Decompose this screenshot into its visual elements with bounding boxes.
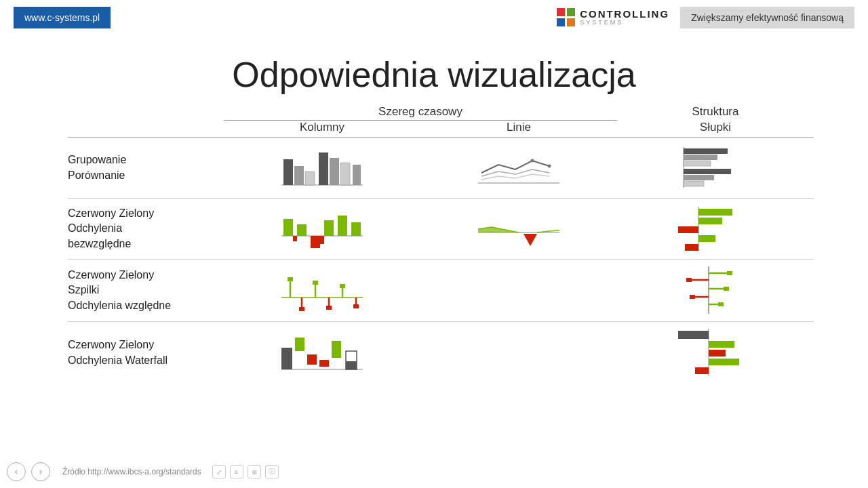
svg-rect-57: [686, 278, 692, 282]
svg-marker-29: [524, 234, 537, 246]
col-header-linie: Linie: [420, 121, 617, 134]
label-grupowanie: Grupowanie Porównanie: [68, 146, 224, 190]
tagline: Zwiększamy efektywność finansową: [680, 7, 854, 28]
source-text: Źródło http://www.ibcs-a.org/standards: [62, 467, 201, 476]
svg-rect-40: [313, 281, 318, 285]
chart-needle-lines-empty: [420, 285, 617, 296]
chart-needle-horiz: [617, 260, 814, 321]
chart-grupowanie-horiz: [617, 140, 814, 195]
logo-controlling: CONTROLLING: [580, 9, 669, 20]
chart-waterfall-cols: [224, 322, 420, 384]
nav-prev-button[interactable]: ‹: [7, 462, 26, 481]
svg-rect-23: [351, 222, 361, 236]
logo-sq-orange: [567, 18, 575, 26]
logo-sq-blue: [557, 18, 565, 26]
svg-rect-32: [698, 218, 722, 224]
svg-rect-38: [288, 277, 293, 281]
col-header-slupki: Słupki: [617, 121, 814, 134]
logo-icon: [557, 8, 576, 27]
logo-sq-red: [557, 8, 565, 16]
chart-rg-line: [420, 200, 617, 258]
logo-area: CONTROLLING SYSTEMS Zwiększamy efektywno…: [557, 7, 854, 28]
row-grupowanie: Grupowanie Porównanie: [68, 138, 814, 199]
svg-rect-4: [319, 152, 328, 185]
svg-rect-69: [678, 331, 709, 339]
svg-rect-19: [283, 219, 293, 236]
chart-rg-cols: [224, 200, 420, 258]
label-odchylenia-bezwzgl: Czerwony Zielony Odchylenia bezwzględne: [68, 199, 224, 258]
svg-rect-72: [709, 359, 739, 365]
svg-rect-16: [684, 175, 714, 180]
chart-rg-horiz: [617, 200, 814, 258]
icon-menu[interactable]: ≡: [230, 465, 243, 479]
bottom-icons: ⤢ ≡ ⊕ ⓘ: [212, 465, 279, 479]
svg-rect-7: [353, 165, 361, 185]
svg-rect-51: [727, 271, 732, 275]
svg-rect-12: [684, 148, 728, 154]
visualization-table: Szereg czasowy Struktura Kolumny Linie S…: [68, 105, 814, 447]
svg-rect-24: [311, 236, 320, 248]
svg-rect-34: [698, 235, 715, 242]
svg-rect-20: [297, 224, 307, 236]
svg-rect-46: [326, 306, 332, 310]
svg-rect-1: [283, 159, 293, 185]
chart-needle-cols: [224, 260, 420, 321]
svg-rect-33: [678, 226, 698, 233]
col-header-kolumny: Kolumny: [224, 121, 420, 134]
label-waterfall: Czerwony Zielony Odchylenia Waterfall: [68, 331, 224, 375]
svg-rect-67: [346, 361, 357, 369]
svg-rect-48: [353, 304, 359, 308]
svg-rect-26: [320, 236, 324, 244]
svg-rect-44: [299, 307, 304, 311]
svg-rect-70: [709, 341, 734, 348]
chart-waterfall-horiz: [617, 322, 814, 384]
svg-rect-5: [330, 158, 339, 185]
svg-rect-13: [684, 155, 717, 160]
svg-rect-63: [307, 354, 317, 365]
logo-sq-green: [567, 8, 575, 16]
svg-rect-25: [293, 236, 297, 241]
icon-share[interactable]: ⤢: [212, 465, 226, 479]
header-struktura: Struktura: [617, 105, 814, 120]
icon-info[interactable]: ⓘ: [265, 465, 279, 479]
header-szereg: Szereg czasowy: [224, 105, 617, 120]
svg-rect-21: [324, 220, 334, 236]
icon-search[interactable]: ⊕: [248, 465, 261, 479]
svg-rect-17: [684, 181, 704, 186]
svg-rect-55: [718, 302, 724, 306]
page-title: Odpowiednia wizualizacja: [0, 41, 868, 95]
col-empty-2: [68, 121, 224, 134]
row-waterfall: Czerwony Zielony Odchylenia Waterfall: [68, 322, 814, 384]
top-bar: www.c-systems.pl CONTROLLING SYSTEMS Zwi…: [0, 0, 868, 35]
row-szpilki: Czerwony Zielony Szpilki Odchylenia wzgl…: [68, 260, 814, 322]
svg-rect-3: [305, 171, 315, 185]
svg-rect-42: [340, 284, 345, 288]
col-empty-1: [68, 105, 224, 120]
svg-rect-71: [709, 350, 726, 357]
svg-rect-15: [684, 169, 731, 174]
svg-rect-2: [294, 166, 304, 185]
svg-rect-73: [695, 367, 709, 374]
nav-next-button[interactable]: ›: [31, 462, 50, 481]
logo-box: CONTROLLING SYSTEMS: [557, 8, 669, 27]
svg-rect-6: [340, 163, 350, 185]
svg-rect-22: [338, 216, 347, 236]
svg-rect-64: [319, 360, 329, 367]
svg-rect-31: [698, 209, 732, 216]
bottom-nav: ‹ › Źródło http://www.ibcs-a.org/standar…: [7, 462, 279, 481]
chart-grupowanie-cols: [224, 140, 420, 195]
svg-point-9: [548, 165, 551, 168]
website-badge[interactable]: www.c-systems.pl: [14, 7, 111, 28]
svg-rect-62: [295, 338, 304, 351]
svg-point-10: [531, 159, 534, 163]
svg-rect-61: [281, 348, 292, 369]
chart-grupowanie-lines: [420, 140, 617, 195]
chart-waterfall-lines-empty: [420, 348, 617, 359]
logo-systems: SYSTEMS: [580, 20, 669, 26]
svg-rect-35: [685, 244, 698, 251]
svg-rect-59: [690, 295, 695, 299]
svg-rect-14: [684, 161, 711, 166]
svg-rect-53: [724, 287, 729, 291]
row-odchylenia-bezwzgl: Czerwony Zielony Odchylenia bezwzględne: [68, 199, 814, 260]
svg-rect-65: [332, 341, 341, 358]
